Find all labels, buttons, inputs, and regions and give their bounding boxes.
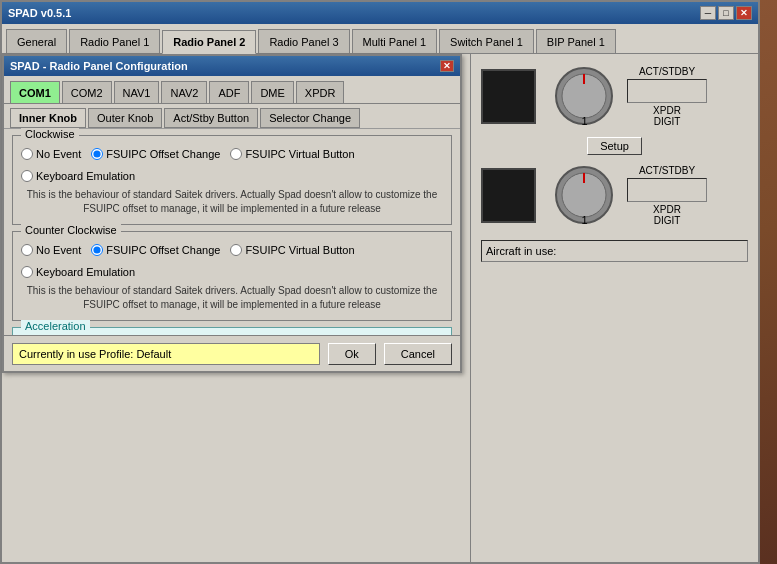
cw-fsuipc-offset-option[interactable]: FSUIPC Offset Change — [91, 148, 220, 160]
inner-tab-selector[interactable]: Selector Change — [260, 108, 360, 128]
inner-tab-inner-knob[interactable]: Inner Knob — [10, 108, 86, 128]
sub-tab-com2[interactable]: COM2 — [62, 81, 112, 103]
ccw-fsuipc-virtual-radio[interactable] — [230, 244, 242, 256]
cw-keyboard-label: Keyboard Emulation — [36, 170, 135, 182]
knob2-number: 1 — [581, 214, 587, 226]
cw-fsuipc-virtual-radio[interactable] — [230, 148, 242, 160]
ok-button[interactable]: Ok — [328, 343, 376, 365]
tab-general[interactable]: General — [6, 29, 67, 53]
sub-tab-bar: COM1 COM2 NAV1 NAV2 ADF DME XPDR — [4, 76, 460, 104]
knob1-display — [481, 69, 536, 124]
setup-button[interactable]: Setup — [587, 137, 642, 155]
knob1-number: 1 — [581, 115, 587, 127]
ccw-fsuipc-virtual-option[interactable]: FSUIPC Virtual Button — [230, 244, 354, 256]
right-panel: 1 ACT/STDBY XPDRDIGIT Setup — [470, 54, 758, 562]
maximize-button[interactable]: □ — [718, 6, 734, 20]
ccw-no-event-option[interactable]: No Event — [21, 244, 81, 256]
main-content: SPAD - Radio Panel Configuration ✕ COM1 … — [2, 54, 758, 562]
cw-fsuipc-offset-radio[interactable] — [91, 148, 103, 160]
acceleration-title: Acceleration — [21, 320, 90, 332]
cw-fsuipc-virtual-option[interactable]: FSUIPC Virtual Button — [230, 148, 354, 160]
inner-tab-outer-knob[interactable]: Outer Knob — [88, 108, 162, 128]
dialog-close-button[interactable]: ✕ — [440, 60, 454, 72]
ccw-fsuipc-offset-radio[interactable] — [91, 244, 103, 256]
dialog: SPAD - Radio Panel Configuration ✕ COM1 … — [2, 54, 462, 373]
knob2-display — [481, 168, 536, 223]
ccw-no-event-radio[interactable] — [21, 244, 33, 256]
inner-tab-bar: Inner Knob Outer Knob Act/Stby Button Se… — [4, 104, 460, 129]
minimize-button[interactable]: ─ — [700, 6, 716, 20]
dialog-title-bar: SPAD - Radio Panel Configuration ✕ — [4, 56, 460, 76]
ccw-radio-group: No Event FSUIPC Offset Change FSUIPC Vir… — [21, 244, 443, 278]
clockwise-radio-group: No Event FSUIPC Offset Change FSUIPC Vir… — [21, 148, 443, 182]
tab-bip[interactable]: BIP Panel 1 — [536, 29, 616, 53]
counter-clockwise-info: This is the behaviour of standard Saitek… — [21, 284, 443, 312]
clockwise-group: Clockwise No Event FSUIPC Offset Change — [12, 135, 452, 225]
cw-fsuipc-offset-label: FSUIPC Offset Change — [106, 148, 220, 160]
knob2-section: 1 ACT/STDBY XPDRDIGIT — [481, 163, 748, 228]
setup-container: Setup — [481, 137, 748, 155]
ccw-fsuipc-offset-option[interactable]: FSUIPC Offset Change — [91, 244, 220, 256]
sub-tab-dme[interactable]: DME — [251, 81, 293, 103]
cw-no-event-label: No Event — [36, 148, 81, 160]
cw-no-event-radio[interactable] — [21, 148, 33, 160]
sub-tab-adf[interactable]: ADF — [209, 81, 249, 103]
xpdr-digit-label-2: XPDRDIGIT — [627, 204, 707, 226]
cw-keyboard-radio[interactable] — [21, 170, 33, 182]
main-window: SPAD v0.5.1 ─ □ ✕ General Radio Panel 1 … — [0, 0, 760, 564]
xpdr-digit-label-1: XPDRDIGIT — [627, 105, 707, 127]
tab-radio2[interactable]: Radio Panel 2 — [162, 30, 256, 54]
cancel-button[interactable]: Cancel — [384, 343, 452, 365]
inner-tab-act-stby[interactable]: Act/Stby Button — [164, 108, 258, 128]
sub-tab-xpdr[interactable]: XPDR — [296, 81, 345, 103]
ccw-keyboard-option[interactable]: Keyboard Emulation — [21, 266, 135, 278]
act-stdby-box-1: ACT/STDBY XPDRDIGIT — [627, 66, 707, 127]
knob1-section: 1 ACT/STDBY XPDRDIGIT — [481, 64, 748, 129]
act-stdby-label-2: ACT/STDBY — [627, 165, 707, 176]
act-stdby-box-2: ACT/STDBY XPDRDIGIT — [627, 165, 707, 226]
ccw-fsuipc-offset-label: FSUIPC Offset Change — [106, 244, 220, 256]
clockwise-title: Clockwise — [21, 128, 79, 140]
sub-tab-nav1[interactable]: NAV1 — [114, 81, 160, 103]
cw-no-event-option[interactable]: No Event — [21, 148, 81, 160]
tab-bar: General Radio Panel 1 Radio Panel 2 Radi… — [2, 24, 758, 54]
aircraft-label: Aircraft in use: — [481, 240, 748, 262]
counter-clockwise-group: Counter Clockwise No Event FSUIPC Offset… — [12, 231, 452, 321]
dialog-panel: SPAD - Radio Panel Configuration ✕ COM1 … — [2, 54, 470, 562]
cw-keyboard-option[interactable]: Keyboard Emulation — [21, 170, 135, 182]
ccw-fsuipc-virtual-label: FSUIPC Virtual Button — [245, 244, 354, 256]
title-bar: SPAD v0.5.1 ─ □ ✕ — [2, 2, 758, 24]
knob1-widget: 1 — [552, 64, 617, 129]
dialog-title-text: SPAD - Radio Panel Configuration — [10, 60, 188, 72]
cw-fsuipc-virtual-label: FSUIPC Virtual Button — [245, 148, 354, 160]
close-button[interactable]: ✕ — [736, 6, 752, 20]
sub-tab-com1[interactable]: COM1 — [10, 81, 60, 103]
knob2-widget: 1 — [552, 163, 617, 228]
ccw-keyboard-radio[interactable] — [21, 266, 33, 278]
sub-tab-nav2[interactable]: NAV2 — [161, 81, 207, 103]
tab-radio1[interactable]: Radio Panel 1 — [69, 29, 160, 53]
tab-radio3[interactable]: Radio Panel 3 — [258, 29, 349, 53]
status-bar: Currently in use Profile: Default Ok Can… — [4, 335, 460, 371]
ccw-no-event-label: No Event — [36, 244, 81, 256]
profile-status: Currently in use Profile: Default — [12, 343, 320, 365]
clockwise-info: This is the behaviour of standard Saitek… — [21, 188, 443, 216]
digit-display-2 — [627, 178, 707, 202]
act-stdby-label-1: ACT/STDBY — [627, 66, 707, 77]
title-bar-controls: ─ □ ✕ — [700, 6, 752, 20]
app-title: SPAD v0.5.1 — [8, 7, 71, 19]
tab-multi[interactable]: Multi Panel 1 — [352, 29, 438, 53]
tab-switch[interactable]: Switch Panel 1 — [439, 29, 534, 53]
ccw-keyboard-label: Keyboard Emulation — [36, 266, 135, 278]
digit-display-1 — [627, 79, 707, 103]
counter-clockwise-title: Counter Clockwise — [21, 224, 121, 236]
